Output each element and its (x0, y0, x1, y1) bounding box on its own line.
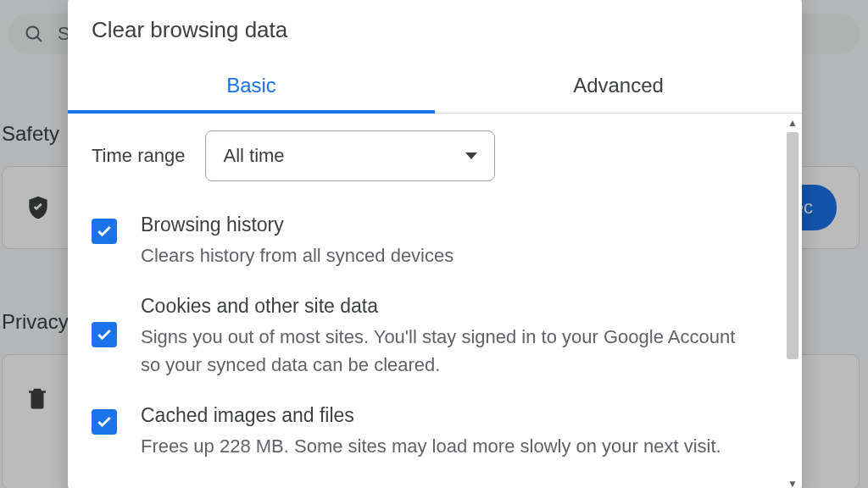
option-title: Cookies and other site data (141, 295, 749, 318)
time-range-value: All time (223, 145, 284, 167)
dialog-title: Clear browsing data (68, 0, 802, 60)
clear-browsing-data-dialog: Clear browsing data Basic Advanced Time … (68, 0, 802, 488)
scroll-thumb[interactable] (787, 132, 798, 359)
chevron-down-icon (465, 152, 477, 159)
time-range-row: Time range All time (92, 130, 749, 181)
option-browsing-history[interactable]: Browsing history Clears history from all… (92, 214, 749, 269)
option-title: Cached images and files (141, 404, 749, 427)
option-desc: Signs you out of most sites. You'll stay… (141, 323, 749, 379)
checkbox-browsing-history[interactable] (92, 219, 117, 244)
time-range-select[interactable]: All time (205, 130, 495, 181)
tab-advanced[interactable]: Advanced (435, 60, 802, 113)
checkmark-icon (96, 326, 113, 343)
checkbox-cached[interactable] (92, 409, 117, 435)
tab-basic[interactable]: Basic (68, 60, 435, 113)
checkmark-icon (96, 413, 113, 430)
checkmark-icon (96, 223, 113, 240)
scroll-up-icon[interactable]: ▲ (785, 115, 800, 130)
checkbox-cookies[interactable] (92, 322, 117, 347)
option-cached[interactable]: Cached images and files Frees up 228 MB.… (92, 404, 749, 460)
option-cookies[interactable]: Cookies and other site data Signs you ou… (92, 295, 749, 379)
option-desc: Frees up 228 MB. Some sites may load mor… (141, 432, 749, 460)
dialog-scroll-area: Time range All time Browsing history Cle… (68, 114, 802, 488)
option-title: Browsing history (141, 214, 749, 236)
time-range-label: Time range (92, 145, 185, 167)
option-desc: Clears history from all synced devices (141, 241, 749, 269)
scrollbar[interactable]: ▲ ▼ (783, 114, 802, 488)
scroll-down-icon[interactable]: ▼ (785, 476, 800, 488)
dialog-tabs: Basic Advanced (68, 60, 802, 114)
